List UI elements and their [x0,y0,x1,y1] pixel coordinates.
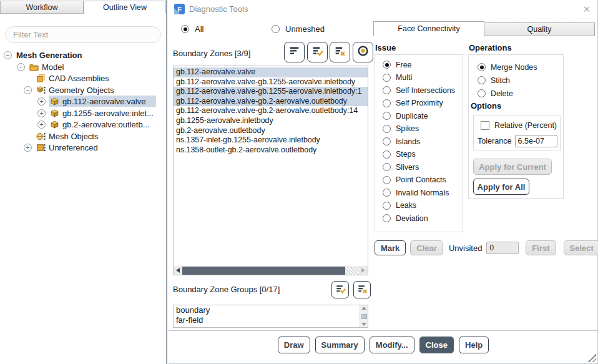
tree-item-label: Unreferenced [49,143,98,152]
zones-deselect-all-button[interactable] [330,42,350,62]
zone-list-item[interactable]: ns.1357-inlet-gb.1255-aerovalve.inletbod… [174,135,368,145]
zones-show-all-button[interactable] [284,42,305,62]
expand-icon[interactable]: + [37,121,46,129]
relative-percent-option[interactable]: Relative (Percent) [481,121,557,130]
operation-option-delete[interactable]: Delete [478,89,513,97]
scroll-right-icon[interactable] [359,266,368,275]
issue-option-multi[interactable]: Multi [383,74,463,82]
issue-option-free[interactable]: Free [383,61,463,69]
tree-item-model[interactable]: − Model [17,61,65,72]
collapse-icon[interactable]: − [4,51,12,59]
filter-text-input[interactable] [5,26,161,43]
fluent-app-icon: F [174,4,185,14]
close-button[interactable]: Close [419,337,454,353]
group-list-item[interactable]: boundary [174,305,368,315]
zone-list-item[interactable]: gb.112-aerovalve.valve-gb.1255-aerovalve… [174,87,368,97]
expand-icon[interactable]: + [37,97,46,106]
tolerance-input[interactable] [515,135,557,147]
tree-item-mesh-objects[interactable]: Mesh Objects [35,130,99,142]
mark-button[interactable]: Mark [375,240,406,255]
tab-workflow[interactable]: Workflow [0,1,84,14]
button-label: Select [570,243,594,253]
zone-list-item[interactable]: gb.2-aerovalve.outletbody [174,126,368,136]
draw-button[interactable]: Draw [278,337,310,353]
radio-icon [383,176,391,184]
vertical-scrollbar[interactable] [360,305,368,327]
operation-option-stitch[interactable]: Stitch [478,76,510,84]
scrollbar-track[interactable] [345,267,359,275]
tree-item-mesh-generation[interactable]: − Mesh Generation [4,49,83,61]
issue-option-islands[interactable]: Islands [383,137,463,145]
select-button[interactable]: Select [564,240,598,255]
radio-label: Delete [491,89,513,98]
issue-option-invalid-normals[interactable]: Invalid Normals [383,189,463,197]
operation-option-merge-nodes[interactable]: Merge Nodes [478,63,537,71]
boundary-zones-list[interactable]: gb.112-aerovalve.valve gb.112-aerovalve.… [173,66,368,275]
zone-list-item[interactable]: gb.1255-aerovalve.inletbody [174,116,368,126]
zone-list-item[interactable]: gb.112-aerovalve.valve-gb.2-aerovalve.ou… [174,97,368,107]
expand-icon[interactable]: + [37,109,46,117]
scroll-left-icon[interactable] [174,266,182,275]
selected-tree-item[interactable]: gb.112-aerovalve:valve [49,96,156,107]
zones-select-all-button[interactable] [307,42,328,62]
tree-item-geometry-objects[interactable]: − Geometry Objects [24,84,115,96]
cad-assemblies-icon [36,74,46,83]
modify-button[interactable]: Modify... [370,337,414,353]
zones-draw-marked-button[interactable] [353,42,373,62]
expand-icon[interactable]: + [24,144,32,152]
tree-item-gb-1255-aerovalve-inletbody[interactable]: + gb.1255-aerovalve:inlet... [37,107,155,119]
boundary-zone-groups-list[interactable]: boundary far-field [173,305,368,328]
issue-option-leaks[interactable]: Leaks [383,202,463,210]
first-button[interactable]: First [526,240,556,255]
groups-deselect-all-button[interactable] [353,281,371,298]
zone-list-item[interactable]: gb.112-aerovalve.valve [174,67,368,77]
issue-option-slivers[interactable]: Slivers [383,163,463,171]
group-list-item[interactable]: far-field [174,315,368,325]
clear-button[interactable]: Clear [410,240,443,255]
list-x-icon [356,283,368,297]
help-button[interactable]: Help [459,337,489,353]
radio-icon [383,202,391,210]
radio-icon [478,63,486,71]
zone-list-item[interactable]: gb.112-aerovalve.valve-gb.2-aerovalve.ou… [174,106,368,116]
scroll-up-icon[interactable] [361,307,366,310]
apply-for-all-button[interactable]: Apply for All [473,179,529,195]
issue-option-self-intersections[interactable]: Self Intersections [383,86,463,94]
close-icon[interactable]: ✕ [579,2,594,16]
scope-option-all[interactable]: All [181,24,203,34]
apply-for-current-button[interactable]: Apply for Current [473,159,552,175]
diagnostic-tabs: Face Connectivity Quality [373,21,595,36]
button-label: Apply for All [478,182,526,192]
collapse-icon[interactable]: − [17,63,25,71]
summary-button[interactable]: Summary [315,337,365,353]
groups-select-all-button[interactable] [331,281,349,298]
relative-percent-checkbox[interactable] [481,121,489,130]
tree-item-unreferenced[interactable]: + Unreferenced [24,142,99,153]
radio-icon [383,86,391,94]
collapse-icon[interactable]: − [24,86,32,94]
tree-item-cad-assemblies[interactable]: CAD Assemblies [35,72,110,84]
tab-quality[interactable]: Quality [484,22,595,36]
issue-option-deviation[interactable]: Deviation [383,214,463,222]
horizontal-scrollbar[interactable] [174,266,368,275]
issue-option-self-proximity[interactable]: Self Proximity [383,99,463,107]
tab-face-connectivity[interactable]: Face Connectivity [373,21,484,36]
tree-item-gb-2-aerovalve-outletbody[interactable]: + gb.2-aerovalve:outletb... [37,119,150,130]
issue-option-steps[interactable]: Steps [383,150,463,159]
options-box: Relative (Percent) Tolerance [473,116,561,150]
scope-option-unmeshed[interactable]: Unmeshed [272,24,325,34]
zone-list-item[interactable]: ns.1358-outlet-gb.2-aerovalve.outletbody [174,145,368,155]
tab-outline-view[interactable]: Outline View [84,1,166,14]
radio-icon [383,137,391,145]
issue-option-point-contacts[interactable]: Point Contacts [383,176,463,184]
scrollbar-thumb[interactable] [361,314,367,319]
issue-option-spikes[interactable]: Spikes [383,125,463,133]
boundary-zone-groups-label: Boundary Zone Groups [0/17] [173,285,280,294]
resize-grip-icon[interactable] [587,353,596,362]
scroll-down-icon[interactable] [361,323,366,326]
tree-item-gb-112-aerovalve-valve[interactable]: + gb.112-aerovalve:valve [37,96,156,107]
issue-option-duplicate[interactable]: Duplicate [383,112,463,120]
zone-list-item[interactable]: gb.112-aerovalve.valve-gb.1255-aerovalve… [174,77,368,87]
scrollbar-thumb[interactable] [182,267,345,275]
unvisited-count-field[interactable] [486,242,519,254]
